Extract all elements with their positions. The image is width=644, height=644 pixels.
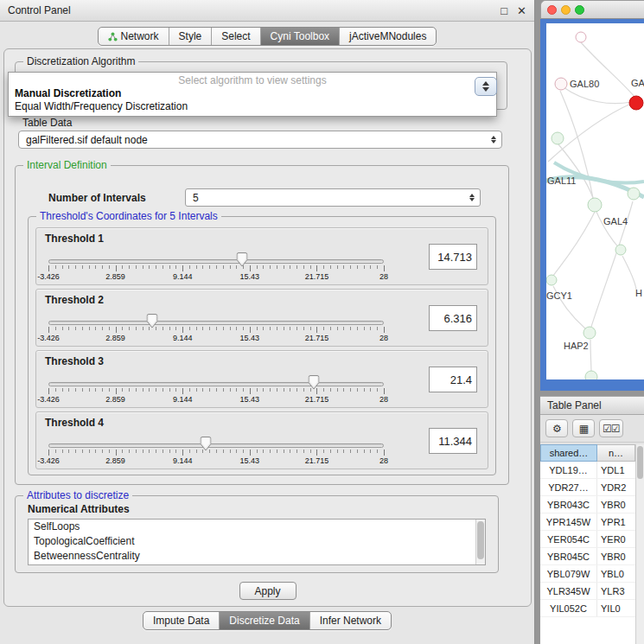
- table-row[interactable]: YBR045CYBR0: [540, 548, 635, 565]
- network-node[interactable]: [585, 371, 597, 379]
- number-of-intervals-spinner[interactable]: 5: [185, 188, 481, 207]
- table-row[interactable]: YDL19…YDL1: [540, 462, 635, 479]
- table-row[interactable]: YBL079WYBL0: [540, 565, 635, 583]
- scale-label: -3.426: [37, 395, 60, 404]
- tab-label: Cyni Toolbox: [271, 30, 329, 42]
- minimize-icon[interactable]: □: [501, 5, 507, 16]
- minimize-traffic-light[interactable]: [561, 5, 571, 15]
- slider-thumb[interactable]: [236, 252, 247, 267]
- table-row[interactable]: YIL052CYIL0: [540, 600, 635, 617]
- threshold-value-field[interactable]: 11.344: [429, 428, 477, 454]
- network-node[interactable]: [615, 245, 626, 255]
- zoom-traffic-light[interactable]: [575, 5, 584, 15]
- table-row[interactable]: YLR345WYLR3: [540, 583, 635, 600]
- slider-scale: -3.4262.8599.14415.4321.71528: [48, 395, 384, 404]
- tab-impute-data[interactable]: Impute Data: [143, 612, 219, 629]
- scale-label: 21.715: [305, 456, 329, 465]
- attribute-item[interactable]: BetweennessCentrality: [29, 549, 485, 564]
- network-titlebar: [540, 0, 644, 19]
- table-cell: YBR043C: [540, 496, 597, 513]
- threshold-value-field[interactable]: 6.316: [429, 305, 477, 331]
- threshold-slider[interactable]: -3.4262.8599.14415.4321.71528: [48, 436, 384, 467]
- select-rows-icon[interactable]: ☑☑: [599, 419, 623, 437]
- table-cell: YLR3: [597, 583, 635, 599]
- threshold-label: Threshold 1: [45, 233, 104, 245]
- network-canvas[interactable]: GAL80 GA GAL11 GAL4 GCY1 H HAP2: [546, 23, 644, 379]
- table-row[interactable]: YER054CYER0: [540, 531, 635, 548]
- network-node[interactable]: [552, 132, 564, 144]
- column-header[interactable]: shared…: [540, 444, 597, 462]
- scale-label: 2.859: [105, 334, 125, 342]
- tab-select[interactable]: Select: [211, 28, 259, 45]
- scale-label: 2.859: [105, 456, 125, 465]
- scrollbar-thumb[interactable]: [637, 446, 643, 479]
- table-cell: YER054C: [540, 531, 597, 547]
- settings-gear-icon[interactable]: ⚙: [545, 419, 568, 437]
- network-node[interactable]: [555, 78, 567, 90]
- tab-style[interactable]: Style: [169, 28, 212, 45]
- threshold-slider[interactable]: -3.4262.8599.14415.4321.71528: [48, 374, 384, 405]
- network-node[interactable]: [628, 188, 640, 200]
- tp-toolbar: ⚙▦☑☑: [540, 415, 644, 443]
- table-scrollbar[interactable]: [635, 444, 644, 644]
- scrollbar-thumb[interactable]: [477, 521, 484, 559]
- scale-label: 15.43: [240, 272, 260, 281]
- show-columns-icon[interactable]: ▦: [572, 419, 595, 437]
- table-panel: Table Panel ⚙▦☑☑ shared…n… YDL19…YDL1YDR…: [540, 396, 644, 644]
- scale-label: 9.144: [173, 334, 193, 342]
- tab-label: Discretize Data: [229, 615, 299, 627]
- column-header[interactable]: n…: [597, 444, 635, 462]
- slider-track: [48, 259, 384, 264]
- threshold-slider[interactable]: -3.4262.8599.14415.4321.71528: [48, 252, 384, 283]
- network-node[interactable]: [583, 327, 596, 339]
- close-traffic-light[interactable]: [547, 5, 557, 15]
- slider-thumb[interactable]: [147, 314, 158, 328]
- discretization-algorithm-group-label: Discretization Algorithm: [23, 55, 138, 67]
- table-cell: YPR145W: [540, 513, 597, 530]
- attribute-item[interactable]: SelfLoops: [29, 520, 485, 534]
- network-frame: GAL80 GA GAL11 GAL4 GCY1 H HAP2: [540, 19, 644, 391]
- tab-cyni-toolbox[interactable]: Cyni Toolbox: [260, 28, 339, 45]
- table-row[interactable]: YBR043CYBR0: [540, 496, 635, 513]
- table-data-combo[interactable]: galFiltered.sif default node: [18, 131, 502, 149]
- top-tab-bar: NetworkStyleSelectCyni ToolboxjActiveMNo…: [98, 27, 437, 46]
- node-label: HAP2: [564, 341, 589, 351]
- node-label: GA: [631, 78, 644, 88]
- algorithm-option[interactable]: Manual Discretization: [9, 87, 496, 100]
- algorithm-option[interactable]: Equal Width/Frequency Discretization: [9, 100, 496, 113]
- table-cell: YDR2: [597, 479, 635, 495]
- slider-scale: -3.4262.8599.14415.4321.71528: [48, 334, 384, 342]
- attributes-group: Attributes to discretize Numerical Attri…: [15, 495, 499, 573]
- attribute-item[interactable]: TopologicalCoefficient: [29, 534, 485, 549]
- tab-network[interactable]: Network: [99, 28, 169, 45]
- network-node[interactable]: [576, 32, 586, 42]
- threshold-panel: Threshold 2-3.4262.8599.14415.4321.71528…: [35, 289, 488, 347]
- table-row[interactable]: YPR145WYPR1: [540, 513, 635, 531]
- slider-thumb[interactable]: [308, 375, 319, 390]
- tab-jactivemnodules[interactable]: jActiveMNodules: [339, 28, 436, 45]
- threshold-slider[interactable]: -3.4262.8599.14415.4321.71528: [48, 313, 384, 344]
- scale-label: 15.43: [240, 395, 260, 404]
- network-node[interactable]: [588, 198, 602, 212]
- slider-scale: -3.4262.8599.14415.4321.71528: [48, 456, 384, 465]
- apply-button[interactable]: Apply: [239, 582, 296, 600]
- slider-thumb[interactable]: [201, 437, 212, 451]
- close-icon[interactable]: ✕: [517, 5, 526, 16]
- network-icon: [108, 32, 118, 41]
- attributes-list[interactable]: SelfLoopsTopologicalCoefficientBetweenne…: [28, 519, 486, 565]
- tab-infer-network[interactable]: Infer Network: [309, 612, 391, 629]
- control-panel-titlebar: Control Panel □ ✕: [0, 0, 534, 22]
- network-node[interactable]: [546, 275, 557, 285]
- attributes-scrollbar[interactable]: [475, 520, 485, 564]
- slider-ticks: [48, 450, 384, 456]
- scale-label: 9.144: [173, 456, 193, 465]
- table-panel-header: Table Panel: [540, 396, 644, 415]
- threshold-value-field[interactable]: 21.4: [429, 367, 477, 392]
- slider-ticks: [48, 327, 384, 334]
- tab-discretize-data[interactable]: Discretize Data: [219, 612, 309, 629]
- table-row[interactable]: YDR27…YDR2: [540, 479, 635, 496]
- algorithm-combo-stepper[interactable]: [475, 77, 497, 96]
- spinner-stepper-icon: [468, 194, 476, 201]
- threshold-value-field[interactable]: 14.713: [429, 244, 477, 270]
- selected-network-node[interactable]: [629, 96, 643, 110]
